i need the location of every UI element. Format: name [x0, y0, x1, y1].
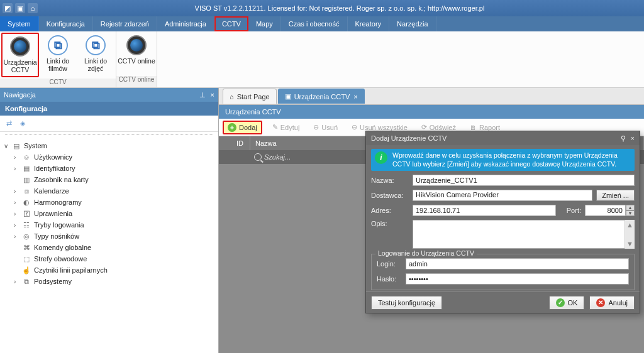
menu-kreatory[interactable]: Kreatory: [348, 16, 390, 31]
ribbon-group-cctvonline: CCTV online CCTV online: [116, 31, 157, 87]
input-login[interactable]: [406, 258, 629, 269]
menu-administracja[interactable]: Administracja: [157, 16, 214, 31]
tab-urzadzenia-cctv[interactable]: ▣ Urządzenia CCTV ×: [278, 89, 365, 104]
system-icon: ▤: [11, 141, 21, 150]
dialog-title-bar[interactable]: Dodaj Urządzenie CCTV ⚲ ×: [366, 131, 640, 145]
nav-title: Nawigacja: [4, 91, 36, 99]
input-opis[interactable]: [413, 220, 635, 249]
input-haslo[interactable]: [406, 273, 629, 285]
label-adres: Adres:: [371, 207, 409, 214]
tree-item-podsystemy[interactable]: ›⧉Podsystemy: [1, 276, 217, 287]
info-icon: i: [375, 151, 387, 164]
photolink-icon: ⧉: [86, 35, 106, 55]
login-group: Logowanie do Urządzenia CCTV Login: Hasł…: [371, 254, 635, 290]
nav-pin-icon[interactable]: ⊥: [199, 91, 206, 99]
ribbon-btn-linki-zdjec[interactable]: ⧉ Linki do zdjęć: [77, 33, 114, 75]
card-icon: ▥: [21, 175, 31, 184]
grid-col-id[interactable]: ID: [219, 136, 250, 150]
edit-button[interactable]: ✎Edytuj: [269, 122, 304, 133]
dialog-title: Dodaj Urządzenie CCTV: [371, 134, 447, 142]
change-provider-button[interactable]: Zmień ...: [596, 190, 635, 201]
label-nazwa: Nazwa:: [371, 176, 409, 184]
ribbon-btn-cctv-online[interactable]: CCTV online: [118, 33, 155, 68]
nav-close-icon[interactable]: ×: [211, 91, 214, 99]
tree-item-identyfikatory[interactable]: ›▤Identyfikatory: [1, 163, 217, 174]
ribbon-btn-urzadzenia-cctv[interactable]: Urządzenia CCTV: [1, 33, 39, 77]
zone-icon: ⬚: [21, 254, 31, 263]
nav-refresh-icon[interactable]: ⇄: [4, 119, 14, 129]
delete-button[interactable]: ⊖Usuń: [309, 122, 341, 133]
add-button[interactable]: +Dodaj: [223, 121, 262, 134]
ok-button[interactable]: ✓OK: [549, 296, 585, 310]
title-text: VISO ST v1.2.2.11211. Licensed for: Not …: [38, 4, 641, 12]
doc-subtitle: Urządzenia CCTV: [219, 105, 644, 119]
ribbon: Urządzenia CCTV ⧉ Linki do filmów ⧉ Link…: [0, 31, 644, 88]
tree-item-czytniki[interactable]: ☝Czytniki linii papilarnych: [1, 264, 217, 276]
title-bar: ◩ ▣ ⌂ VISO ST v1.2.2.11211. Licensed for…: [0, 0, 644, 16]
label-haslo: Hasło:: [377, 275, 402, 283]
tab-close-icon[interactable]: ×: [353, 93, 357, 100]
app-icon-2[interactable]: ▣: [15, 3, 25, 13]
login-mode-icon: ☷: [21, 220, 31, 229]
textarea-scrollbar[interactable]: ▲ ▼: [625, 220, 635, 249]
pencil-icon: ✎: [272, 123, 278, 131]
command-icon: ⌘: [21, 243, 31, 252]
navigation-panel: Nawigacja ⊥ × Konfiguracja ⇄ ◈ ∨ ▤ Syste…: [0, 88, 219, 353]
minus-icon: ⊖: [352, 123, 357, 131]
chevron-down-icon: ∨: [4, 143, 11, 149]
tree-item-typy-nosnikow[interactable]: ›◎Typy nośników: [1, 231, 217, 242]
nav-divider: [5, 134, 213, 135]
tree-item-tryby-logowania[interactable]: ›☷Tryby logowania: [1, 219, 217, 231]
scroll-down-icon: ▼: [626, 240, 633, 247]
ribbon-group-title-cctvonline: CCTV online: [116, 76, 157, 87]
videolink-icon: ⧉: [48, 35, 68, 55]
menu-system[interactable]: System: [0, 16, 39, 31]
menu-mapy[interactable]: Mapy: [248, 16, 281, 31]
search-icon: [254, 153, 262, 161]
login-group-legend: Logowanie do Urządzenia CCTV: [375, 249, 477, 257]
label-port: Port:: [560, 207, 581, 214]
tree-item-uprawnienia[interactable]: ›⚿Uprawnienia: [1, 208, 217, 219]
menu-czas[interactable]: Czas i obecność: [281, 16, 348, 31]
tab-start-page[interactable]: ⌂ Start Page: [223, 89, 277, 104]
tree-root-system[interactable]: ∨ ▤ System: [1, 140, 217, 151]
tree-item-komendy-globalne[interactable]: ⌘Komendy globalne: [1, 242, 217, 253]
app-icon-1[interactable]: ◩: [3, 3, 13, 13]
titlebar-icon-group: ◩ ▣ ⌂: [3, 3, 38, 13]
add-cctv-dialog: Dodaj Urządzenie CCTV ⚲ × i Wprowadź dan…: [365, 131, 640, 313]
input-adres[interactable]: [413, 205, 556, 216]
schedule-icon: ◐: [21, 198, 31, 207]
tree-item-zasobnik[interactable]: ▥Zasobnik na karty: [1, 174, 217, 185]
home-icon: ⌂: [230, 93, 234, 100]
tree-item-strefy[interactable]: ⬚Strefy obwodowe: [1, 253, 217, 264]
menu-rejestr-zdarzen[interactable]: Rejestr zdarzeń: [93, 16, 157, 31]
tree-item-harmonogramy[interactable]: ›◐Harmonogramy: [1, 197, 217, 208]
nav-section-title: Konfiguracja: [0, 102, 218, 116]
calendar-icon: ⧈: [21, 187, 31, 195]
ribbon-group-title-cctv: CCTV: [0, 79, 116, 87]
report-icon: 🗎: [470, 124, 477, 131]
id-icon: ▤: [21, 164, 31, 173]
input-nazwa[interactable]: [413, 175, 635, 186]
menu-konfiguracja[interactable]: Konfiguracja: [39, 16, 93, 31]
dialog-close-icon[interactable]: ×: [631, 134, 635, 143]
camera-icon: [10, 36, 30, 57]
tree-item-uzytkownicy[interactable]: ›☺Użytkownicy: [1, 151, 217, 163]
users-icon: ☺: [21, 153, 31, 161]
menu-cctv[interactable]: CCTV: [214, 16, 248, 31]
check-icon: ✓: [556, 298, 565, 307]
home-icon[interactable]: ⌂: [28, 3, 38, 13]
input-port[interactable]: [585, 205, 626, 216]
plus-icon: +: [228, 123, 236, 132]
dialog-pin-icon[interactable]: ⚲: [621, 134, 626, 143]
tree-item-kalendarze[interactable]: ›⧈Kalendarze: [1, 185, 217, 197]
port-spin-down[interactable]: ▼: [626, 210, 635, 216]
label-opis: Opis:: [371, 220, 409, 227]
ribbon-group-cctv: Urządzenia CCTV ⧉ Linki do filmów ⧉ Link…: [0, 31, 116, 87]
nav-layers-icon[interactable]: ◈: [18, 119, 28, 129]
port-spin-up[interactable]: ▲: [626, 205, 635, 210]
menu-narzedzia[interactable]: Narzędzia: [389, 16, 436, 31]
test-config-button[interactable]: Testuj konfigurację: [371, 296, 442, 310]
ribbon-btn-linki-filmow[interactable]: ⧉ Linki do filmów: [39, 33, 77, 75]
cancel-button[interactable]: ✕Anuluj: [589, 296, 635, 310]
